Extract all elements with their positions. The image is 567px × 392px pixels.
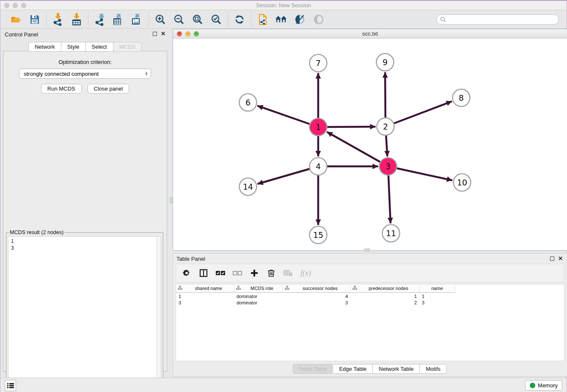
table-cell[interactable]: 2 (350, 299, 419, 306)
graph-node-label: 2 (383, 122, 388, 131)
table-row[interactable]: 3dominator323 (176, 299, 455, 306)
network-window-titlebar[interactable]: ✕ − + scc.txt (173, 29, 567, 39)
table-tabs: Node Table Edge Table Network Table Moti… (173, 361, 567, 376)
show-all-icon[interactable] (312, 13, 325, 26)
control-panel-tabs: Network Style Select MCDS (0, 42, 170, 52)
table-cell[interactable]: 1 (176, 293, 234, 299)
control-panel-title: Control Panel (5, 31, 38, 38)
export-network-icon[interactable] (94, 13, 106, 26)
node-table-header: shared nameMCDS rolesuccessor nodesprede… (176, 284, 455, 293)
export-table-icon[interactable] (112, 13, 125, 26)
table-cell[interactable]: 4 (283, 293, 350, 299)
search-input[interactable] (448, 17, 555, 22)
horizontal-splitter-grip[interactable] (364, 248, 370, 251)
save-session-icon[interactable] (28, 13, 41, 26)
table-cell[interactable]: 1 (419, 293, 455, 299)
add-column-icon[interactable] (250, 268, 259, 278)
optimization-criterion-label: Optimization criterion: (3, 59, 167, 65)
graph-edge-3-1[interactable] (327, 132, 388, 166)
float-panel-icon[interactable] (153, 32, 157, 36)
mcds-result-list[interactable]: 1 3 (8, 237, 156, 390)
network-canvas[interactable]: 7968124314101511 (173, 39, 567, 250)
table-cell[interactable]: 3 (283, 299, 350, 306)
hierarchy-icon (178, 286, 182, 291)
result-scrollbar[interactable] (156, 237, 161, 390)
delete-column-icon[interactable] (267, 268, 276, 278)
graph-edge-3-10[interactable] (388, 166, 452, 180)
graph-node-label: 6 (245, 98, 250, 107)
search-field[interactable] (436, 14, 559, 25)
graph-node-label: 3 (385, 162, 391, 171)
table-cell[interactable]: 1 (350, 293, 419, 299)
table-row[interactable]: 1dominator411 (176, 293, 455, 299)
column-label: predecessor nodes (360, 286, 418, 291)
network-graph[interactable]: 7968124314101511 (173, 39, 567, 250)
table-cell[interactable]: 3 (419, 299, 455, 306)
graph-node-label: 8 (459, 93, 464, 102)
graph-edge-4-14[interactable] (258, 166, 318, 184)
table-toolbar: f(x) (176, 264, 564, 282)
column-header-MCDS-role[interactable]: MCDS role (234, 284, 283, 293)
run-mcds-button[interactable]: Run MCDS (41, 84, 82, 94)
delete-table-icon[interactable] (284, 268, 293, 278)
table-options-icon[interactable] (182, 268, 191, 278)
tab-network[interactable]: Network (28, 42, 61, 52)
graph-node-label: 7 (316, 58, 321, 68)
graph-edge-2-8[interactable] (385, 101, 452, 127)
export-image-icon[interactable] (131, 13, 143, 26)
search-area (436, 14, 559, 25)
column-header-successor-nodes[interactable]: successor nodes (283, 284, 350, 293)
hide-details-icon[interactable] (294, 13, 306, 26)
mcds-result-group: MCDS result (2 nodes) 1 3 (6, 232, 163, 392)
tab-motifs[interactable]: Motifs (420, 364, 447, 374)
table-cell[interactable]: dominator (234, 293, 283, 299)
column-panel-icon[interactable] (199, 268, 208, 278)
window-title: Session: New Session (0, 2, 567, 8)
zoom-in-icon[interactable] (154, 13, 167, 26)
tab-style[interactable]: Style (61, 42, 86, 52)
column-label: successor nodes (292, 286, 349, 291)
close-table-panel-icon[interactable]: ✕ (558, 256, 563, 261)
unselect-all-columns-icon[interactable] (233, 268, 242, 278)
application-window: Session: New Session (0, 0, 567, 392)
table-panel: Table Panel ✕ (173, 253, 567, 377)
optimization-criterion-select[interactable]: strongly connected component ▲▼ (19, 69, 151, 79)
tab-edge-table[interactable]: Edge Table (333, 364, 373, 374)
main-toolbar (0, 10, 567, 29)
tab-select[interactable]: Select (86, 42, 113, 52)
select-all-columns-icon[interactable] (216, 268, 225, 278)
graph-node-label: 4 (316, 162, 321, 171)
zoom-fit-icon[interactable] (191, 13, 204, 26)
node-table-body: 1dominator4113dominator323 (176, 293, 455, 306)
close-panel-icon[interactable]: ✕ (161, 31, 165, 36)
import-table-icon[interactable] (70, 13, 83, 26)
vertical-splitter-grip[interactable] (170, 197, 173, 203)
memory-status-icon (530, 383, 535, 388)
first-neighbors-icon[interactable] (275, 13, 288, 26)
close-panel-button[interactable]: Close panel (88, 84, 129, 94)
zoom-out-icon[interactable] (173, 13, 185, 26)
column-header-predecessor-nodes[interactable]: predecessor nodes (350, 284, 419, 293)
mcds-result-title: MCDS result (2 nodes) (9, 229, 64, 235)
hierarchy-icon (285, 286, 289, 291)
float-table-panel-icon[interactable] (550, 257, 554, 261)
open-file-icon[interactable] (10, 13, 22, 26)
refresh-icon[interactable] (233, 13, 246, 26)
task-history-button[interactable] (5, 380, 16, 391)
zoom-selected-icon[interactable] (210, 13, 223, 26)
import-network-icon[interactable] (52, 13, 64, 26)
table-cell[interactable]: dominator (234, 299, 283, 306)
column-label: name (421, 286, 453, 291)
clone-network-icon[interactable] (256, 13, 269, 26)
memory-button[interactable]: Memory (525, 380, 562, 391)
column-header-name[interactable]: name (419, 284, 455, 293)
column-header-shared-name[interactable]: shared name (176, 284, 234, 293)
table-cell[interactable]: 3 (176, 299, 234, 306)
tab-node-table[interactable]: Node Table (293, 364, 333, 374)
graph-edge-1-6[interactable] (257, 106, 318, 127)
tab-network-table[interactable]: Network Table (373, 364, 420, 374)
tab-mcds[interactable]: MCDS (113, 42, 142, 52)
graph-node-label: 14 (243, 182, 253, 191)
node-table: shared nameMCDS rolesuccessor nodesprede… (176, 284, 564, 361)
function-builder-icon[interactable]: f(x) (300, 269, 311, 278)
